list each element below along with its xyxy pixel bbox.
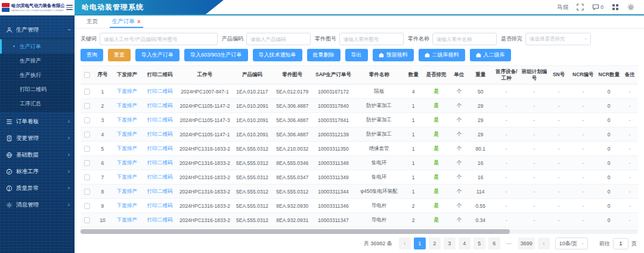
page-button-3699[interactable]: 3699 [518, 238, 535, 249]
scheduled-select[interactable]: 请选择是否排完 › [525, 33, 591, 45]
goto-page-input[interactable] [613, 238, 628, 249]
sidebar-item-标准工序[interactable]: 标准工序› [0, 163, 75, 180]
hamburger-icon[interactable] [66, 4, 73, 11]
print-qrcode-link[interactable]: 打印二维码 [143, 127, 178, 142]
user-name[interactable]: 马煜 [557, 4, 568, 11]
print-qrcode-link[interactable]: 打印二维码 [143, 142, 178, 156]
button-入二级库[interactable]: 入二级库 [470, 49, 511, 61]
row-select-cell [80, 113, 94, 127]
dispatch-link[interactable]: 下发排产 [112, 185, 142, 199]
cell-重量: 16 [469, 170, 493, 185]
sidebar-item-消息管理[interactable]: 消息管理› [0, 196, 75, 213]
button-二级库领料[interactable]: 二级库领料 [419, 49, 465, 61]
cell-单位: 个 [450, 142, 469, 156]
sidebar-item-订单看板[interactable]: 订单看板› [0, 113, 75, 130]
cell-SN号: - [548, 185, 569, 199]
sidebar-subitem-label: 生产排产 [20, 57, 41, 65]
page-button-1[interactable]: 1 [414, 238, 426, 249]
sidebar-item-生产管理[interactable]: 生产管理› [0, 21, 75, 38]
sidebar-item-变更管理[interactable]: 变更管理› [0, 130, 75, 146]
page-button-5[interactable]: 5 [473, 238, 485, 249]
sidebar-subitem-生产执行[interactable]: 生产执行 [0, 68, 75, 82]
dispatch-link[interactable]: 下发排产 [112, 142, 142, 156]
cell-序号: 9 [94, 199, 112, 213]
button-查询[interactable]: 查询 [80, 49, 103, 61]
page-button-4[interactable]: 4 [459, 238, 470, 249]
button-批量删除[interactable]: 批量删除 [307, 49, 340, 61]
dispatch-link[interactable]: 下发排产 [112, 85, 142, 99]
sidebar-subitem-工序汇总[interactable]: 工序汇总 [0, 96, 75, 111]
dispatch-link[interactable]: 下发排产 [112, 170, 142, 185]
print-qrcode-link[interactable]: 打印二维码 [143, 213, 178, 227]
fullscreen-icon[interactable] [577, 4, 584, 11]
horizontal-scrollbar[interactable] [80, 229, 638, 234]
button-导入603/903生产订单[interactable]: 导入603/903生产订单 [184, 49, 248, 61]
settings-gear-icon[interactable] [627, 4, 634, 11]
button-重置[interactable]: 重置 [108, 49, 131, 61]
print-qrcode-link[interactable]: 打印二维码 [143, 113, 178, 127]
row-checkbox[interactable] [84, 203, 90, 209]
cell-班组计划编号: - [521, 127, 549, 142]
part-name-input[interactable] [432, 33, 497, 45]
button-导入技术通知单[interactable]: 导入技术通知单 [253, 49, 302, 61]
page-size-select[interactable]: 10条/页 › [555, 238, 588, 249]
select-all-checkbox[interactable] [84, 72, 90, 78]
part-drawing-input[interactable] [339, 33, 404, 45]
tab-home[interactable]: 主页 [80, 15, 104, 28]
row-checkbox[interactable] [84, 132, 90, 138]
button-导出[interactable]: 导出 [345, 49, 368, 61]
row-checkbox[interactable] [84, 103, 90, 109]
dispatch-link[interactable]: 下发排产 [112, 156, 142, 170]
tab-production-orders[interactable]: 生产订单 × [106, 15, 147, 28]
print-qrcode-link[interactable]: 打印二维码 [143, 156, 178, 170]
dispatch-link[interactable]: 下发排产 [112, 99, 142, 113]
chevron-right-icon: › [68, 202, 70, 208]
row-checkbox[interactable] [84, 146, 90, 152]
print-qrcode-link[interactable]: 打印二维码 [143, 85, 178, 99]
sidebar-subitem-生产订单[interactable]: •生产订单 [0, 39, 75, 54]
row-checkbox[interactable] [84, 160, 90, 166]
print-qrcode-link[interactable]: 打印二维码 [143, 99, 178, 113]
message-bell[interactable]: 0 [592, 4, 603, 11]
print-qrcode-link[interactable]: 打印二维码 [143, 170, 178, 185]
print-qrcode-link[interactable]: 打印二维码 [143, 185, 178, 199]
dispatch-link[interactable]: 下发排产 [112, 213, 142, 227]
cell-SN号: - [548, 99, 569, 113]
cell-SN号: - [548, 113, 569, 127]
row-checkbox[interactable] [84, 217, 90, 223]
next-page-button[interactable]: › [538, 238, 550, 249]
tab-close-icon[interactable]: × [137, 19, 141, 25]
cell-班组计划编号: - [521, 213, 549, 227]
keyword-input[interactable] [100, 33, 218, 45]
page-button-3[interactable]: 3 [444, 238, 456, 249]
apps-grid-icon[interactable] [612, 4, 619, 11]
button-导入生产订单[interactable]: 导入生产订单 [135, 49, 179, 61]
sidebar-item-label: 订单看板 [16, 118, 64, 126]
prev-page-button[interactable]: ‹ [399, 238, 411, 249]
row-checkbox[interactable] [84, 117, 90, 123]
scrollbar-thumb[interactable] [80, 229, 510, 234]
page-button-6[interactable]: 6 [488, 238, 500, 249]
column-header-NCR数量: NCR数量 [597, 66, 621, 85]
sidebar-menu: 生产管理›•生产订单生产排产生产执行打印二维码工序汇总订单看板›变更管理›基础数… [0, 15, 75, 213]
print-qrcode-link[interactable]: 打印二维码 [143, 199, 178, 213]
row-checkbox[interactable] [84, 174, 90, 180]
sidebar-item-基础数据[interactable]: 基础数据› [0, 146, 75, 163]
product-code-input[interactable] [246, 33, 311, 45]
button-预留领料[interactable]: 预留领料 [373, 49, 414, 61]
sidebar-subitem-打印二维码[interactable]: 打印二维码 [0, 82, 75, 96]
cell-NCR数量: 0 [597, 99, 621, 113]
row-checkbox[interactable] [84, 89, 90, 95]
cell-NCR编号: - [569, 113, 597, 127]
sidebar-subitem-生产排产[interactable]: 生产排产 [0, 54, 75, 68]
table-body: 1下发排产打印二维码2024HPC1007-847-11EA.010.21175… [80, 85, 638, 227]
dispatch-link[interactable]: 下发排产 [112, 113, 142, 127]
page-button-2[interactable]: 2 [429, 238, 441, 249]
sidebar-item-质量异常[interactable]: 质量异常› [0, 180, 75, 196]
row-checkbox[interactable] [84, 189, 90, 195]
dispatch-link[interactable]: 下发排产 [112, 127, 142, 142]
goto-unit: 页 [631, 240, 637, 248]
dispatch-link[interactable]: 下发排产 [112, 199, 142, 213]
sidebar-item-label: 变更管理 [16, 135, 64, 142]
table-header-row: 序号下发排产打印二维码工作号产品编码零件图号SAP生产订单号零件名称数量是否排完… [80, 66, 638, 85]
